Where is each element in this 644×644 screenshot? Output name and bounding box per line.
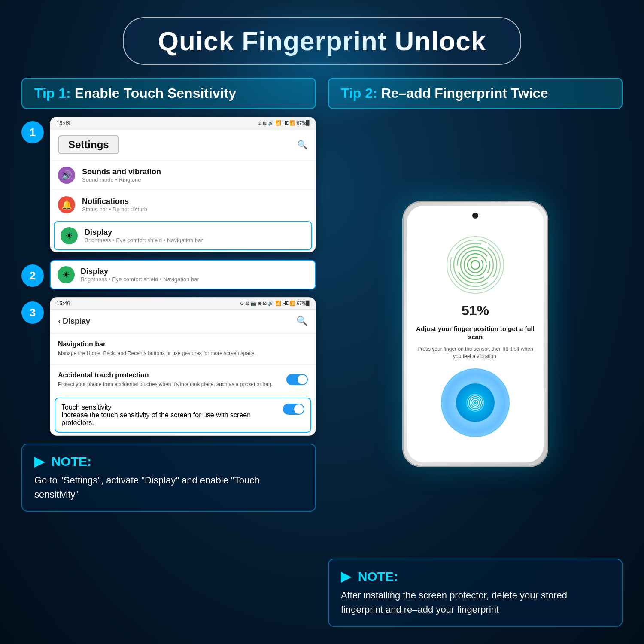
fingerprint-svg (445, 235, 505, 295)
notifications-title: Notifications (82, 197, 147, 206)
step1-circle: 1 (21, 121, 44, 143)
navbar-sub: Manage the Home, Back, and Recents butto… (58, 350, 308, 357)
search-icon-1: 🔍 (297, 140, 308, 150)
step2-display-icon: ☀ (58, 266, 75, 283)
touch-toggle[interactable] (283, 404, 304, 415)
sounds-sub: Sound mode • Ringtone (82, 176, 161, 183)
step1-row: 1 15:49 ⊙ ⊠ 🔊 📶 HD📶 67%▉ Settings 🔍 (21, 117, 316, 252)
step2-row: 2 ☀ Display Brightness • Eye comfort shi… (21, 260, 316, 289)
touch-sensitivity-wrapper: Touch sensitivity Increase the touch sen… (55, 398, 311, 433)
notifications-icon: 🔔 (58, 196, 75, 213)
percent-symbol: % (477, 303, 489, 318)
status-bar-2: 15:49 ⊙ ⊠ 📷 ⊕ ⊠ 🔊 📶 HD📶 67%▉ (50, 298, 316, 310)
right-column: Tip 2: Re–add Fingerprint Twice (328, 78, 623, 627)
columns-layout: Tip 1: Enable Touch Sensitivity 1 15:49 … (21, 78, 623, 627)
note-left-label: NOTE: (52, 454, 91, 468)
settings-title-bar: Settings 🔍 (50, 129, 316, 160)
status-icons-2: ⊙ ⊠ 📷 ⊕ ⊠ 🔊 📶 HD📶 67%▉ (240, 301, 310, 306)
accident-toggle[interactable] (286, 374, 308, 385)
sounds-title: Sounds and vibration (82, 167, 161, 176)
step2-display-item[interactable]: ☀ Display Brightness • Eye comfort shiel… (50, 260, 316, 289)
display-text: Display Brightness • Eye comfort shield … (85, 228, 203, 243)
svg-point-7 (447, 237, 504, 293)
svg-point-0 (471, 261, 480, 269)
display-settings-screen: 15:49 ⊙ ⊠ 📷 ⊕ ⊠ 🔊 📶 HD📶 67%▉ ‹ Display 🔍… (50, 297, 316, 436)
tip1-header: Tip 1: Enable Touch Sensitivity (21, 78, 316, 109)
back-arrow[interactable]: ‹ Display (58, 317, 90, 326)
display-screen-title: Display (63, 317, 90, 325)
touch-toggle-knob (294, 404, 304, 414)
search-icon-2: 🔍 (296, 316, 308, 327)
fingerprint-svg-container (445, 235, 505, 295)
note-right-title: ▶ NOTE: (341, 569, 610, 584)
note-left-title: ▶ NOTE: (34, 454, 303, 469)
note-right-body: After installing the screen protector, d… (341, 588, 610, 617)
scan-button-area[interactable] (441, 368, 510, 437)
notifications-text: Notifications Status bar • Do not distur… (82, 197, 147, 213)
phone-inner: 51% Adjust your finger position to get a… (407, 206, 544, 462)
big-phone-area: 51% Adjust your finger position to get a… (328, 117, 623, 551)
note-right-label: NOTE: (358, 569, 398, 583)
tip1-number: Tip 1: (34, 85, 71, 101)
display-sub: Brightness • Eye comfort shield • Naviga… (85, 237, 203, 243)
accident-sub: Protect your phone from accidental touch… (58, 381, 282, 388)
step2-display-title: Display (81, 267, 199, 276)
status-icons-1: ⊙ ⊠ 🔊 📶 HD📶 67%▉ (258, 120, 310, 126)
step3-row: 3 15:49 ⊙ ⊠ 📷 ⊕ ⊠ 🔊 📶 HD📶 67%▉ ‹ Display… (21, 297, 316, 436)
touch-sub: Increase the touch sensitivity of the sc… (61, 411, 279, 427)
settings-item-display[interactable]: ☀ Display Brightness • Eye comfort shiel… (54, 221, 312, 250)
sounds-text: Sounds and vibration Sound mode • Ringto… (82, 167, 161, 183)
svg-point-6 (450, 240, 500, 290)
main-title: Quick Fingerprint Unlock (123, 17, 522, 65)
display-title-bar: ‹ Display 🔍 (50, 310, 316, 333)
settings-title-text: Settings (58, 135, 119, 154)
touch-sensitivity-item[interactable]: Touch sensitivity Increase the touch sen… (55, 398, 311, 433)
notifications-sub: Status bar • Do not disturb (82, 206, 147, 213)
settings-item-sounds[interactable]: 🔊 Sounds and vibration Sound mode • Ring… (50, 160, 316, 190)
status-bar-1: 15:49 ⊙ ⊠ 🔊 📶 HD📶 67%▉ (50, 117, 316, 129)
note-right-arrow: ▶ (341, 569, 351, 583)
navbar-title: Navigation bar (58, 340, 308, 348)
status-time-1: 15:49 (56, 120, 70, 126)
tip2-text: Re–add Fingerprint Twice (381, 85, 548, 101)
left-column: Tip 1: Enable Touch Sensitivity 1 15:49 … (21, 78, 316, 627)
step2-display-sub: Brightness • Eye comfort shield • Naviga… (81, 276, 199, 283)
svg-point-4 (457, 247, 493, 283)
phone-device: 51% Adjust your finger position to get a… (402, 201, 548, 467)
fingerprint-area: 51% Adjust your finger position to get a… (407, 223, 544, 462)
accident-toggle-knob (298, 375, 307, 384)
display-item-navbar[interactable]: Navigation bar Manage the Home, Back, an… (50, 333, 316, 364)
tip2-number: Tip 2: (341, 85, 377, 101)
settings-item-notifications[interactable]: 🔔 Notifications Status bar • Do not dist… (50, 190, 316, 219)
percent-value: 51 (462, 303, 477, 318)
step2-display-text: Display Brightness • Eye comfort shield … (81, 267, 199, 283)
note-right-box: ▶ NOTE: After installing the screen prot… (328, 559, 623, 627)
settings-screen: 15:49 ⊙ ⊠ 🔊 📶 HD📶 67%▉ Settings 🔍 🔊 (50, 117, 316, 252)
accident-title: Accidental touch protection (58, 371, 282, 379)
press-text: Press your finger on the sensor, then li… (416, 346, 535, 360)
note-left-body: Go to "Settings", activate "Display" and… (34, 473, 303, 501)
phone-camera (472, 213, 478, 219)
status-time-2: 15:49 (56, 300, 70, 307)
note-left-arrow: ▶ (34, 454, 44, 468)
adjust-text: Adjust your finger position to get a ful… (416, 325, 535, 341)
step3-circle-real: 3 (21, 301, 44, 324)
sounds-icon: 🔊 (58, 167, 75, 184)
note-left-box: ▶ NOTE: Go to "Settings", activate "Disp… (21, 444, 316, 512)
display-icon: ☀ (61, 227, 78, 244)
tip2-header: Tip 2: Re–add Fingerprint Twice (328, 78, 623, 109)
display-item-accident[interactable]: Accidental touch protection Protect your… (50, 364, 316, 395)
display-title: Display (85, 228, 203, 237)
step2-circle: 2 (21, 264, 44, 287)
tip1-text: Enable Touch Sensitivity (75, 85, 236, 101)
percent-text: 51% (462, 303, 489, 319)
main-container: Quick Fingerprint Unlock Tip 1: Enable T… (0, 0, 644, 644)
touch-title: Touch sensitivity (61, 404, 279, 411)
